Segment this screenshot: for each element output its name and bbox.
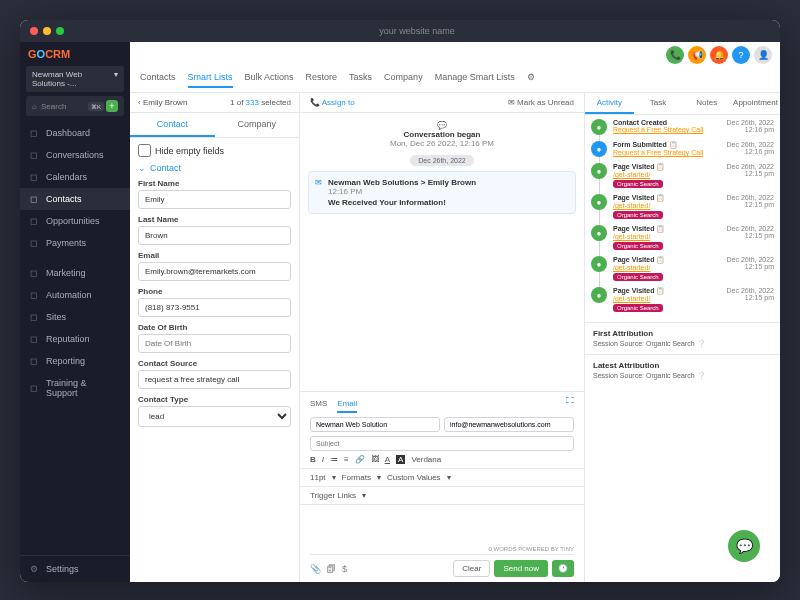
tab-manage-smart-lists[interactable]: Manage Smart Lists [435,68,515,88]
latest-attribution-title: Latest Attribution [593,361,772,370]
chat-icon: 💬 [308,121,576,130]
activity-item[interactable]: ● Page Visited 📋/get-started/Organic Sea… [591,287,774,312]
search-input[interactable]: ⌕ Search ⌘K+ [26,96,124,116]
sidebar-item-settings[interactable]: ⚙Settings [20,555,130,582]
announce-icon[interactable]: 📢 [688,46,706,64]
formats-select[interactable]: Formats [342,473,371,482]
record-count: 1 of 333 selected [230,98,291,107]
email-input[interactable] [138,262,291,281]
tab-bulk-actions[interactable]: Bulk Actions [245,68,294,88]
tab-contacts[interactable]: Contacts [140,68,176,88]
fontsize-select[interactable]: 11pt [310,473,326,482]
activity-item[interactable]: ● Contact CreatedRequest a Free Strategy… [591,119,774,135]
activity-tab-appointment[interactable]: Appointment [731,93,780,114]
clear-button[interactable]: Clear [453,560,490,577]
activity-tab-notes[interactable]: Notes [682,93,731,114]
editor-body[interactable]: 0 WORDS POWERED BY TINY [310,505,574,555]
first-name-input[interactable] [138,190,291,209]
font-select[interactable]: Verdana [411,455,441,464]
help-tip-icon[interactable]: ❔ [697,340,706,347]
close-icon[interactable] [30,27,38,35]
add-icon[interactable]: + [106,100,118,112]
send-button[interactable]: Send now [494,560,548,577]
activity-tab-activity[interactable]: Activity [585,93,634,114]
org-selector[interactable]: Newman Web Solutions -...▾ [26,66,124,92]
sidebar-item-contacts[interactable]: ◻Contacts [20,188,130,210]
subtab-company[interactable]: Company [215,113,300,137]
activity-tab-task[interactable]: Task [634,93,683,114]
phone-call-icon: 📞 [310,98,320,107]
minimize-icon[interactable] [43,27,51,35]
tab-restore[interactable]: Restore [306,68,338,88]
first-attribution-title: First Attribution [593,329,772,338]
email-message[interactable]: ✉ Newman Web Solutions > Emily Brown 12:… [308,171,576,214]
dob-input[interactable] [138,334,291,353]
sidebar-item-marketing[interactable]: ◻Marketing [20,262,130,284]
sidebar-item-calendars[interactable]: ◻Calendars [20,166,130,188]
activity-item[interactable]: ● Page Visited 📋/get-started/Organic Sea… [591,194,774,219]
sidebar-item-reporting[interactable]: ◻Reporting [20,350,130,372]
list-icon[interactable]: ≔ [330,455,338,464]
last-name-input[interactable] [138,226,291,245]
activity-item[interactable]: ● Page Visited 📋/get-started/Organic Sea… [591,256,774,281]
activity-item[interactable]: ● Page Visited 📋/get-started/Organic Sea… [591,163,774,188]
custom-values-select[interactable]: Custom Values [387,473,441,482]
composer-tab-email[interactable]: Email [337,396,357,413]
avatar[interactable]: 👤 [754,46,772,64]
trigger-links-select[interactable]: Trigger Links [310,491,356,500]
back-button[interactable]: ‹ Emily Brown [138,98,187,107]
sidebar-item-reputation[interactable]: ◻Reputation [20,328,130,350]
bold-icon[interactable]: B [310,455,316,464]
image-icon[interactable]: 🖼 [371,455,379,464]
hide-empty-checkbox[interactable]: Hide empty fields [138,144,291,157]
source-input[interactable] [138,370,291,389]
activity-item[interactable]: ● Page Visited 📋/get-started/Organic Sea… [591,225,774,250]
phone-icon[interactable]: 📞 [666,46,684,64]
editor-toolbar: B I ≔ ≡ 🔗 🖼 A A Verdana [300,451,584,469]
sidebar-item-automation[interactable]: ◻Automation [20,284,130,306]
sidebar-item-dashboard[interactable]: ◻Dashboard [20,122,130,144]
bell-icon[interactable]: 🔔 [710,46,728,64]
section-contact[interactable]: ⌄ Contact [138,163,291,173]
topbar: 📞 📢 🔔 ? 👤 [130,42,780,68]
tab-company[interactable]: Company [384,68,423,88]
attach-icon[interactable]: 📎 [310,564,321,574]
window-title: your website name [64,26,770,36]
font-color-icon[interactable]: A [385,455,390,464]
date-pill: Dec 26th, 2022 [308,156,576,165]
italic-icon[interactable]: I [322,455,324,464]
sidebar-item-conversations[interactable]: ◻Conversations [20,144,130,166]
template-icon[interactable]: 🗐 [327,564,336,574]
maximize-icon[interactable] [56,27,64,35]
subtab-contact[interactable]: Contact [130,113,215,137]
gear-icon: ⚙ [30,564,40,574]
help-tip-icon[interactable]: ❔ [697,372,706,379]
sidebar-item-payments[interactable]: ◻Payments [20,232,130,254]
sidebar-item-opportunities[interactable]: ◻Opportunities [20,210,130,232]
titlebar: your website name [20,20,780,42]
sidebar-item-sites[interactable]: ◻Sites [20,306,130,328]
chat-fab[interactable]: 💬 [728,530,760,562]
dollar-icon[interactable]: $ [342,564,347,574]
from-input[interactable] [310,417,440,432]
bg-color-icon[interactable]: A [396,455,405,464]
to-input[interactable] [444,417,574,432]
align-icon[interactable]: ≡ [344,455,349,464]
tab-settings-icon[interactable]: ⚙ [527,68,535,88]
subject-input[interactable] [310,436,574,451]
tab-smart-lists[interactable]: Smart Lists [188,68,233,88]
link-icon[interactable]: 🔗 [355,455,365,464]
send-options-button[interactable]: 🕐 [552,560,574,577]
assign-button[interactable]: 📞 Assign to [310,98,355,107]
sidebar-item-training-support[interactable]: ◻Training & Support [20,372,130,404]
help-icon[interactable]: ? [732,46,750,64]
phone-input[interactable] [138,298,291,317]
tab-tasks[interactable]: Tasks [349,68,372,88]
mark-unread-button[interactable]: ✉ Mark as Unread [508,98,574,107]
composer-tab-sms[interactable]: SMS [310,396,327,413]
type-select[interactable]: lead [138,406,291,427]
expand-icon[interactable]: ⛶ [566,396,574,413]
chevron-down-icon: ⌄ [138,163,146,173]
email-icon: ✉ [315,178,322,207]
activity-item[interactable]: ● Form Submitted 📋Request a Free Strateg… [591,141,774,157]
